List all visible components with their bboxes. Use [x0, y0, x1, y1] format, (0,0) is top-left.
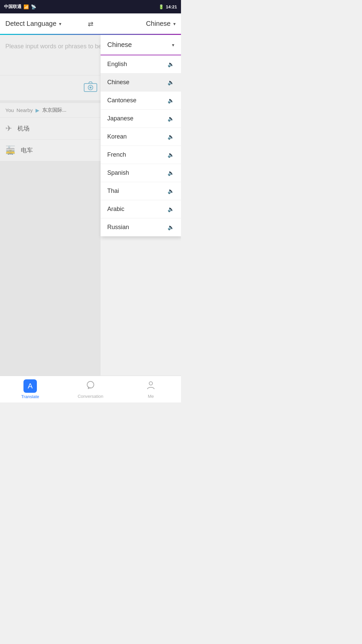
language-option-korean[interactable]: Korean 🔈 — [101, 128, 181, 146]
speaker-icon-thai: 🔈 — [168, 188, 174, 194]
carrier-text: 中国联通 — [4, 4, 21, 10]
nav-item-conversation[interactable]: Conversation — [60, 380, 121, 399]
speaker-icon-arabic: 🔈 — [168, 206, 174, 212]
language-name-arabic: Arabic — [107, 206, 124, 213]
speaker-icon-korean: 🔈 — [168, 133, 174, 140]
language-option-russian[interactable]: Russian 🔈 — [101, 218, 181, 236]
status-right: 🔋 14:21 — [159, 4, 177, 9]
detect-language-label: Detect Language — [5, 20, 56, 28]
language-option-chinese[interactable]: Chinese 🔈 — [101, 73, 181, 92]
translate-nav-label: Translate — [21, 394, 39, 399]
language-option-cantonese[interactable]: Cantonese 🔈 — [101, 92, 181, 110]
signal-icon: 📡 — [31, 4, 36, 9]
language-name-japanese: Japanese — [107, 115, 133, 122]
language-option-english[interactable]: English 🔈 — [101, 55, 181, 73]
battery-icon: 🔋 — [159, 4, 164, 9]
language-name-russian: Russian — [107, 224, 129, 231]
conversation-nav-label: Conversation — [78, 394, 104, 399]
me-icon — [146, 380, 156, 392]
nav-item-translate[interactable]: A Translate — [0, 379, 60, 399]
speaker-icon-russian: 🔈 — [168, 224, 174, 230]
language-name-thai: Thai — [107, 187, 119, 195]
language-option-spanish[interactable]: Spanish 🔈 — [101, 164, 181, 182]
language-option-thai[interactable]: Thai 🔈 — [101, 182, 181, 200]
target-language-button[interactable]: Chinese ▾ — [99, 20, 176, 28]
bottom-navigation: A Translate Conversation Me — [0, 376, 181, 402]
nav-item-me[interactable]: Me — [121, 380, 181, 399]
swap-languages-button[interactable]: ⇄ — [82, 20, 99, 28]
language-name-spanish: Spanish — [107, 169, 129, 176]
dropdown-header: Chinese ▾ — [101, 35, 181, 55]
target-lang-dropdown-arrow: ▾ — [173, 21, 176, 26]
language-option-japanese[interactable]: Japanese 🔈 — [101, 110, 181, 128]
detect-lang-dropdown-arrow: ▾ — [59, 21, 61, 26]
status-left: 中国联通 📶 📡 — [4, 4, 36, 10]
language-option-arabic[interactable]: Arabic 🔈 — [101, 200, 181, 218]
conversation-icon — [85, 380, 96, 392]
me-nav-label: Me — [148, 394, 154, 399]
target-language-label: Chinese — [146, 20, 171, 28]
dropdown-header-arrow: ▾ — [172, 42, 174, 48]
svg-point-4 — [149, 382, 153, 385]
translate-icon: A — [23, 379, 37, 393]
svg-point-3 — [87, 381, 94, 388]
left-dimmed-overlay — [0, 35, 101, 376]
status-bar: 中国联通 📶 📡 🔋 14:21 — [0, 0, 181, 13]
speaker-icon-japanese: 🔈 — [168, 115, 174, 122]
language-dropdown: Chinese ▾ English 🔈 Chinese 🔈 Cantonese … — [101, 35, 181, 236]
detect-language-button[interactable]: Detect Language ▾ — [5, 20, 82, 28]
dropdown-selected-language: Chinese — [107, 41, 132, 49]
language-name-korean: Korean — [107, 133, 127, 140]
wifi-icon: 📶 — [23, 4, 29, 9]
header: Detect Language ▾ ⇄ Chinese ▾ — [0, 13, 181, 35]
speaker-icon-english: 🔈 — [168, 61, 174, 67]
language-option-french[interactable]: French 🔈 — [101, 146, 181, 164]
language-name-cantonese: Cantonese — [107, 97, 136, 104]
language-name-french: French — [107, 151, 126, 158]
language-name-english: English — [107, 61, 127, 68]
speaker-icon-chinese: 🔈 — [168, 79, 174, 86]
language-name-chinese: Chinese — [107, 79, 129, 86]
time-text: 14:21 — [166, 4, 177, 9]
speaker-icon-french: 🔈 — [168, 152, 174, 158]
speaker-icon-cantonese: 🔈 — [168, 97, 174, 104]
speaker-icon-spanish: 🔈 — [168, 170, 174, 176]
